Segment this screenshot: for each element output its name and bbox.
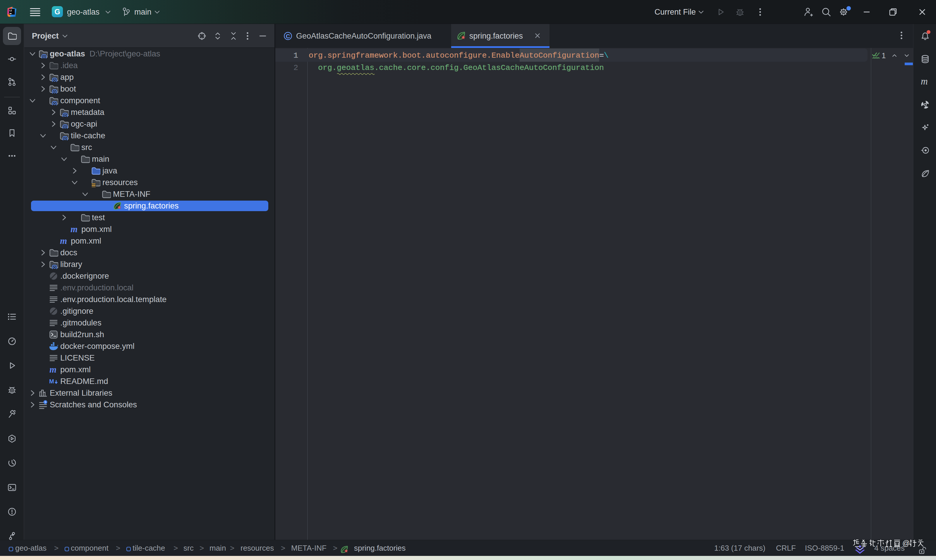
svg-text:@: @ [902,539,910,547]
svg-text:IJ: IJ [10,9,12,12]
